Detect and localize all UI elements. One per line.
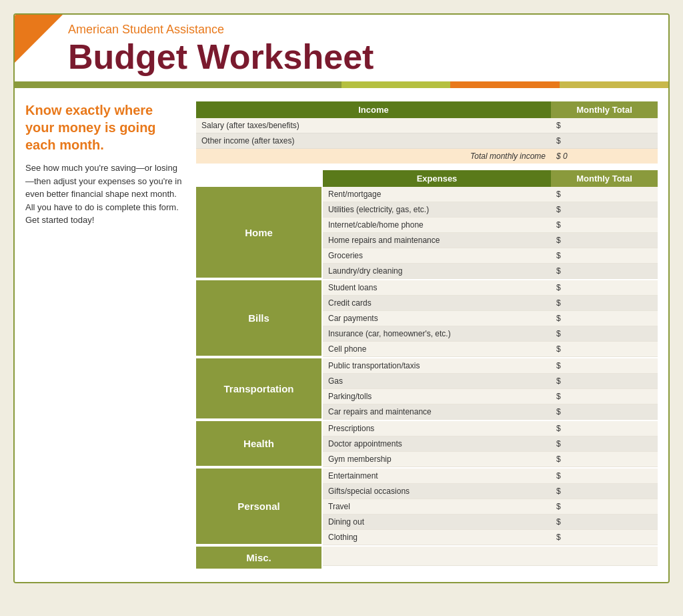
expense-label: Cell phone [323, 342, 551, 357]
stripe-divider [15, 81, 668, 88]
expense-label: Gym membership [323, 452, 551, 467]
page-wrapper: American Student Assistance Budget Works… [13, 13, 670, 583]
expense-value[interactable]: $ [551, 358, 658, 374]
expense-label: Laundry/dry cleaning [323, 264, 551, 279]
category-rows: Public transportation/taxis$Gas$Parking/… [323, 358, 658, 420]
expense-value[interactable]: $ [551, 248, 658, 264]
expense-value[interactable]: $ [551, 342, 658, 357]
header-title: Budget Worksheet [68, 38, 652, 76]
main-content: Know exactly where your money is going e… [15, 88, 668, 582]
right-panel: Income Monthly Total Salary (after taxes… [196, 101, 658, 571]
category-label: Transportation [196, 358, 323, 420]
expense-value[interactable]: $ [551, 389, 658, 404]
category-block: HomeRent/mortgage$Utilities (electricity… [196, 187, 658, 280]
expense-value[interactable]: $ [551, 374, 658, 389]
category-block: BillsStudent loans$Credit cards$Car paym… [196, 280, 658, 358]
expense-label: Car payments [323, 311, 551, 326]
income-header: Income [196, 101, 551, 118]
expense-label: Doctor appointments [323, 436, 551, 452]
category-blocks: HomeRent/mortgage$Utilities (electricity… [196, 187, 658, 571]
expense-label: Credit cards [323, 296, 551, 311]
expense-value[interactable]: $ [551, 326, 658, 342]
category-label: Bills [196, 280, 323, 357]
expense-label: Clothing [323, 530, 551, 545]
description: See how much you're saving—or losing—the… [25, 162, 185, 227]
expense-label: Travel [323, 499, 551, 515]
expense-value[interactable]: $ [551, 280, 658, 296]
expense-value[interactable]: $ [551, 499, 658, 515]
expense-label: Gas [323, 374, 551, 389]
expense-value[interactable]: $ [551, 452, 658, 467]
expense-value[interactable]: $ [551, 202, 658, 218]
expense-label: Student loans [323, 280, 551, 296]
expense-label: Public transportation/taxis [323, 358, 551, 374]
income-row-value[interactable]: $ [551, 133, 658, 149]
income-table: Income Monthly Total Salary (after taxes… [196, 101, 658, 164]
category-block: PersonalEntertainment$Gifts/special occa… [196, 469, 658, 547]
expense-label: Entertainment [323, 469, 551, 484]
expense-label: Dining out [323, 515, 551, 530]
category-rows: Rent/mortgage$Utilities (electricity, ga… [323, 187, 658, 279]
category-label: Personal [196, 469, 323, 545]
income-row-label: Other income (after taxes) [196, 133, 551, 149]
expense-label: Car repairs and maintenance [323, 404, 551, 420]
expenses-monthly-header: Monthly Total [551, 170, 658, 187]
left-panel: Know exactly where your money is going e… [25, 101, 185, 571]
expense-label: Parking/tolls [323, 389, 551, 404]
income-row-value[interactable]: $ [551, 118, 658, 133]
expense-value[interactable]: $ [551, 296, 658, 311]
expense-value[interactable]: $ [551, 404, 658, 420]
category-label: Home [196, 187, 323, 279]
header-subtitle: American Student Assistance [68, 23, 652, 37]
tagline: Know exactly where your money is going e… [25, 101, 185, 153]
expense-value[interactable]: $ [551, 436, 658, 452]
total-monthly-income-label: Total monthly income [196, 149, 551, 164]
category-rows: Student loans$Credit cards$Car payments$… [323, 280, 658, 357]
expense-value[interactable]: $ [551, 515, 658, 530]
expense-value[interactable]: $ [551, 421, 658, 436]
category-rows: Entertainment$Gifts/special occasions$Tr… [323, 469, 658, 545]
expense-value[interactable] [551, 547, 658, 565]
expense-value[interactable]: $ [551, 187, 658, 202]
category-label: Misc. [196, 547, 323, 570]
expense-label: Rent/mortgage [323, 187, 551, 202]
income-row-label: Salary (after taxes/benefits) [196, 118, 551, 133]
header: American Student Assistance Budget Works… [15, 15, 668, 81]
expenses-header: Expenses [323, 170, 551, 187]
expense-label: Home repairs and maintenance [323, 233, 551, 248]
expense-value[interactable]: $ [551, 484, 658, 499]
expenses-header-row: Expenses Monthly Total [196, 170, 658, 187]
expense-value[interactable]: $ [551, 264, 658, 279]
expense-value[interactable]: $ [551, 233, 658, 248]
category-block: HealthPrescriptions$Doctor appointments$… [196, 421, 658, 469]
category-rows: Prescriptions$Doctor appointments$Gym me… [323, 421, 658, 467]
category-block: TransportationPublic transportation/taxi… [196, 358, 658, 421]
expense-label: Gifts/special occasions [323, 484, 551, 499]
expense-value[interactable]: $ [551, 311, 658, 326]
expense-value[interactable]: $ [551, 469, 658, 484]
expense-label: Groceries [323, 248, 551, 264]
total-monthly-income-value[interactable]: $ 0 [551, 149, 658, 164]
expense-label: Insurance (car, homeowner's, etc.) [323, 326, 551, 342]
expense-label: Internet/cable/home phone [323, 218, 551, 233]
expense-value[interactable]: $ [551, 530, 658, 545]
expense-label: Utilities (electricity, gas, etc.) [323, 202, 551, 218]
category-block: Misc. [196, 547, 658, 571]
category-rows [323, 547, 658, 570]
income-monthly-header: Monthly Total [551, 101, 658, 118]
category-label: Health [196, 421, 323, 467]
expense-label: Prescriptions [323, 421, 551, 436]
expense-value[interactable]: $ [551, 218, 658, 233]
expense-label [323, 547, 551, 565]
